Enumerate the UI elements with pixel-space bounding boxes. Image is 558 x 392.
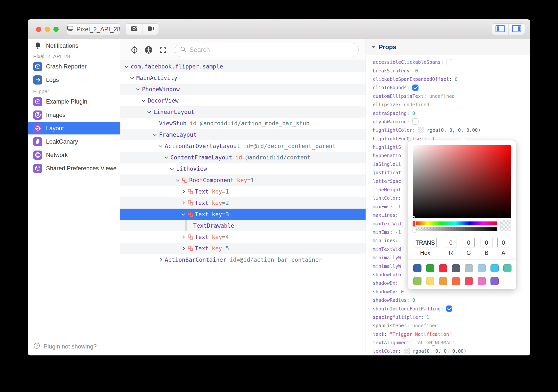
- plugin-help-link[interactable]: ? Plugin not showing?: [33, 342, 97, 351]
- chevron-down-icon[interactable]: [123, 61, 130, 72]
- zoom-icon[interactable]: [53, 27, 59, 32]
- screenshot-button[interactable]: [126, 24, 142, 35]
- tree-row[interactable]: Text key=5: [120, 243, 366, 254]
- checkbox-checked[interactable]: [412, 85, 418, 91]
- chevron-right-icon[interactable]: [180, 186, 187, 197]
- sidebar-item-layout[interactable]: Layout: [28, 122, 120, 134]
- device-selector-button[interactable]: Pixel_2_API_28: [67, 23, 120, 35]
- tree-row[interactable]: Text key=2: [120, 197, 366, 209]
- chevron-right-icon[interactable]: [180, 197, 187, 209]
- chevron-down-icon[interactable]: [168, 163, 175, 174]
- alpha-slider[interactable]: [413, 227, 497, 231]
- tree-row-selected[interactable]: Text key=3: [120, 209, 366, 220]
- toggle-left-panel-button[interactable]: [492, 24, 508, 35]
- sidebar-item-shared-preferences[interactable]: Shared Preferences Viewe: [28, 162, 120, 174]
- preset-color[interactable]: [465, 277, 473, 285]
- tree-row[interactable]: TextDrawable: [120, 220, 366, 231]
- chevron-down-icon[interactable]: [157, 140, 164, 152]
- chevron-right-icon[interactable]: [180, 231, 187, 243]
- preset-color[interactable]: [503, 264, 512, 272]
- chevron-down-icon[interactable]: [174, 174, 181, 186]
- chevron-down-icon[interactable]: [129, 72, 136, 84]
- sidebar-item-network[interactable]: Network: [28, 149, 120, 161]
- target-icon[interactable]: [129, 44, 140, 55]
- tree-node-attr: key=4: [212, 234, 229, 240]
- blue-input[interactable]: [481, 238, 492, 247]
- expand-selection-icon[interactable]: [158, 44, 168, 55]
- sidebar-item-crash-reporter[interactable]: Crash Reporter: [28, 60, 120, 73]
- close-icon[interactable]: [36, 27, 41, 32]
- accessibility-icon[interactable]: [143, 44, 154, 55]
- tree-row[interactable]: ViewStub id=@android:id/action_mode_bar_…: [120, 118, 366, 129]
- tree-row[interactable]: LinearLayout: [120, 106, 366, 118]
- tree-row[interactable]: ContentFrameLayout id=@android:id/conten…: [120, 152, 366, 163]
- chevron-right-icon[interactable]: [180, 243, 187, 254]
- saturation-cursor[interactable]: [411, 216, 415, 220]
- saturation-square[interactable]: [413, 145, 511, 218]
- tree-row[interactable]: PhoneWindow: [120, 84, 366, 95]
- sidebar-item-logs[interactable]: Logs: [28, 74, 120, 86]
- alpha-slider-handle[interactable]: [413, 226, 416, 232]
- sidebar-item-example-plugin[interactable]: Example Plugin: [28, 95, 120, 108]
- checkbox-unchecked[interactable]: [446, 59, 452, 65]
- tree-row[interactable]: DecorView: [120, 95, 366, 106]
- record-video-button[interactable]: [142, 24, 159, 35]
- search-input[interactable]: [189, 46, 354, 54]
- tree-row[interactable]: MainActivity: [120, 72, 366, 84]
- preset-color[interactable]: [413, 264, 421, 272]
- color-swatch-button[interactable]: [404, 348, 410, 354]
- video-camera-icon: [146, 24, 155, 34]
- sidebar-section-device: Pixel_2_API_28: [28, 53, 120, 59]
- tree-row[interactable]: ActionBarContainer id=@id/action_bar_con…: [120, 254, 366, 265]
- tree-row[interactable]: FrameLayout: [120, 129, 366, 140]
- titlebar: Pixel_2_API_28: [28, 19, 530, 39]
- preset-color[interactable]: [490, 264, 499, 272]
- tree-row[interactable]: RootComponent key=1: [120, 174, 366, 186]
- tree-row[interactable]: Text key=4: [120, 231, 366, 243]
- a-label: A: [497, 250, 509, 256]
- alpha-gradient: [413, 227, 497, 231]
- hex-input[interactable]: [414, 238, 437, 247]
- preset-color[interactable]: [413, 277, 421, 285]
- preset-color[interactable]: [452, 277, 460, 285]
- chevron-down-icon[interactable]: [180, 209, 187, 220]
- prop-row: glyphWarming:: [373, 117, 530, 126]
- sidebar-item-leakcanary[interactable]: LeakCanary: [28, 135, 120, 148]
- chevron-down-icon[interactable]: [134, 84, 141, 95]
- chevron-down-icon[interactable]: [151, 129, 158, 140]
- sidebar-item-notifications[interactable]: Notifications: [28, 40, 120, 52]
- chevron-down-icon[interactable]: [140, 95, 147, 106]
- hue-slider-handle[interactable]: [413, 220, 416, 226]
- tree-row[interactable]: ActionBarOverlayLayout id=@id/decor_cont…: [120, 140, 366, 152]
- preset-color[interactable]: [478, 264, 486, 272]
- checkbox-checked[interactable]: [446, 305, 452, 312]
- checkbox-unchecked[interactable]: [412, 118, 418, 125]
- tree-node-name: ViewStub: [159, 120, 186, 127]
- color-swatch-button[interactable]: [418, 127, 424, 133]
- preset-color[interactable]: [439, 264, 447, 272]
- chevron-down-icon[interactable]: [146, 106, 153, 118]
- hue-slider[interactable]: [413, 221, 497, 225]
- props-header[interactable]: Props: [366, 39, 530, 55]
- tree-row[interactable]: LithoView: [120, 163, 366, 174]
- preset-color[interactable]: [490, 277, 499, 285]
- preset-color[interactable]: [452, 264, 460, 272]
- tree-node-name: ActionBarOverlayLayout: [165, 143, 240, 149]
- chevron-right-icon[interactable]: [157, 254, 164, 265]
- minimize-icon[interactable]: [45, 27, 50, 32]
- alpha-input[interactable]: [497, 238, 509, 247]
- preset-color[interactable]: [439, 277, 447, 285]
- tree-node-attr: key=5: [212, 245, 229, 252]
- tree-row[interactable]: com.facebook.flipper.sample: [120, 61, 366, 72]
- chevron-down-icon[interactable]: [163, 152, 170, 163]
- red-input[interactable]: [445, 238, 457, 247]
- search-bar[interactable]: [175, 43, 359, 57]
- preset-color[interactable]: [465, 264, 473, 272]
- preset-color[interactable]: [478, 277, 486, 285]
- toggle-right-panel-button[interactable]: [508, 24, 525, 35]
- sidebar-item-images[interactable]: Images: [28, 109, 120, 121]
- preset-color[interactable]: [426, 277, 434, 285]
- tree-row[interactable]: Text key=1: [120, 186, 366, 197]
- preset-color[interactable]: [426, 264, 434, 272]
- green-input[interactable]: [463, 238, 475, 247]
